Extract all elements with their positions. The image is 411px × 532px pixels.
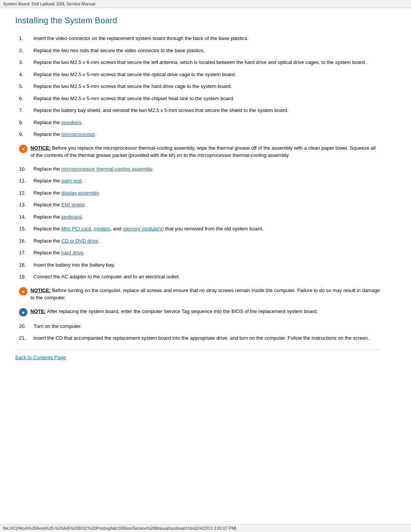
list-item: 5. Replace the two M2.5 x 5-mm screws th…: [15, 83, 381, 90]
step-text: Replace the two M2.5 x 5-mm screws that …: [33, 95, 381, 102]
note-icon-1: ●: [19, 308, 27, 316]
note-content-1: After replacing the system board, enter …: [46, 308, 318, 314]
list-item: 6. Replace the two M2.5 x 5-mm screws th…: [15, 95, 381, 102]
step-number: 5.: [19, 83, 33, 90]
step-number: 10.: [19, 165, 33, 173]
list-item: 2. Replace the two hex nuts that secure …: [15, 47, 381, 54]
browser-title-bar: System Board: Dell Latitude 100L Service…: [0, 0, 411, 8]
step-number: 15.: [19, 225, 33, 233]
list-item: 9. Replace the microprocessor.: [15, 131, 381, 138]
notice-label-1: NOTICE:: [30, 145, 51, 151]
step-number: 13.: [19, 201, 33, 209]
steps-list-1: 1. Insert the video connector on the rep…: [15, 35, 381, 138]
list-item: 7. Replace the battery bay shield, and r…: [15, 107, 381, 114]
page-title: Installing the System Board: [15, 16, 381, 27]
steps-list-2: 10. Replace the microprocessor thermal-c…: [15, 165, 381, 281]
list-item: 3. Replace the two M2.5 x 6-mm screws th…: [15, 59, 381, 66]
step-number: 4.: [19, 71, 33, 78]
steps-list-3: 20. Turn on the computer. 21. Insert the…: [15, 323, 381, 342]
cd-dvd-link[interactable]: CD or DVD drive: [61, 238, 98, 244]
step-text: Replace the two M2.5 x 5-mm screws that …: [33, 71, 381, 78]
step-text: Replace the battery bay shield, and rein…: [33, 107, 381, 114]
notice-icon-1: ●: [19, 145, 27, 153]
step-text: Replace the EMI shield.: [33, 201, 381, 209]
thermal-cooling-link[interactable]: microprocessor thermal-cooling assembly: [61, 166, 152, 172]
step-text: Replace the palm rest.: [33, 177, 381, 185]
list-item: 14. Replace the keyboard.: [15, 213, 381, 221]
step-text: Replace the keyboard.: [33, 213, 381, 221]
step-number: 8.: [19, 119, 33, 126]
notice-icon-2: ●: [19, 287, 27, 296]
notice-block-1: ● NOTICE: Before you replace the micropr…: [19, 144, 381, 159]
step-number: 1.: [19, 35, 33, 42]
step-number: 14.: [19, 213, 33, 221]
notice-text-2: NOTICE: Before turning on the computer, …: [30, 287, 381, 302]
step-text: Insert the battery into the battery bay.: [33, 261, 381, 269]
emi-shield-link[interactable]: EMI shield: [61, 202, 84, 208]
notice-content-2: Before turning on the computer, replace …: [30, 288, 380, 301]
list-item: 19. Connect the AC adapter to the comput…: [15, 273, 381, 281]
step-text: Replace the hard drive.: [33, 249, 381, 257]
list-item: 13. Replace the EMI shield.: [15, 201, 381, 209]
list-item: 17. Replace the hard drive.: [15, 249, 381, 257]
list-item: 18. Insert the battery into the battery …: [15, 261, 381, 269]
step-text: Connect the AC adapter to the computer a…: [33, 273, 381, 281]
step-text: Replace the microprocessor.: [33, 131, 381, 138]
step-number: 20.: [19, 323, 33, 330]
step-text: Replace the two M2.5 x 5-mm screws that …: [33, 83, 381, 90]
list-item: 10. Replace the microprocessor thermal-c…: [15, 165, 381, 173]
step-text: Replace the Mini PCI card, modem, and me…: [33, 225, 381, 233]
hard-drive-link[interactable]: hard drive: [61, 250, 83, 256]
list-item: 11. Replace the palm rest.: [15, 177, 381, 185]
display-assembly-link[interactable]: display assembly: [61, 190, 99, 196]
keyboard-link[interactable]: keyboard: [61, 214, 81, 220]
step-number: 17.: [19, 249, 33, 257]
step-number: 16.: [19, 237, 33, 245]
step-number: 19.: [19, 273, 33, 281]
step-number: 11.: [19, 177, 33, 185]
memory-module-link[interactable]: memory module(s): [123, 226, 164, 232]
palm-rest-link[interactable]: palm rest: [61, 178, 81, 184]
list-item: 20. Turn on the computer.: [15, 323, 381, 330]
speakers-link[interactable]: speakers: [61, 120, 81, 125]
list-item: 4. Replace the two M2.5 x 5-mm screws th…: [15, 71, 381, 78]
step-text: Insert the CD that accompanied the repla…: [33, 334, 381, 342]
step-number: 3.: [19, 59, 33, 66]
page-content: Installing the System Board 1. Insert th…: [0, 8, 396, 374]
step-text: Replace the speakers.: [33, 119, 381, 126]
notice-label-2: NOTICE:: [30, 288, 51, 293]
step-number: 6.: [19, 95, 33, 102]
step-text: Insert the video connector on the replac…: [33, 35, 381, 42]
list-item: 12. Replace the display assembly.: [15, 189, 381, 197]
modem-link[interactable]: modem: [94, 226, 110, 232]
step-number: 12.: [19, 189, 33, 197]
list-item: 15. Replace the Mini PCI card, modem, an…: [15, 225, 381, 233]
step-number: 9.: [19, 131, 33, 138]
step-text: Replace the display assembly.: [33, 189, 381, 197]
note-text-1: NOTE: After replacing the system board, …: [30, 308, 381, 315]
step-text: Replace the microprocessor thermal-cooli…: [33, 165, 381, 173]
back-to-contents-link[interactable]: Back to Contents Page: [15, 355, 66, 360]
note-block-1: ● NOTE: After replacing the system board…: [19, 308, 381, 316]
list-item: 21. Insert the CD that accompanied the r…: [15, 334, 381, 342]
list-item: 1. Insert the video connector on the rep…: [15, 35, 381, 42]
mini-pci-link[interactable]: Mini PCI card: [61, 226, 91, 232]
step-number: 21.: [19, 334, 33, 342]
browser-title: System Board: Dell Latitude 100L Service…: [3, 2, 95, 6]
list-item: 8. Replace the speakers.: [15, 119, 381, 126]
notice-content-1: Before you replace the microprocessor th…: [30, 145, 376, 158]
page-divider: [15, 350, 381, 350]
step-number: 18.: [19, 261, 33, 269]
step-number: 7.: [19, 107, 33, 114]
step-text: Turn on the computer.: [33, 323, 381, 330]
notice-text-1: NOTICE: Before you replace the microproc…: [30, 144, 381, 159]
microprocessor-link[interactable]: microprocessor: [61, 131, 95, 137]
notice-block-2: ● NOTICE: Before turning on the computer…: [19, 287, 381, 302]
step-text: Replace the two M2.5 x 6-mm screws that …: [33, 59, 381, 66]
list-item: 16. Replace the CD or DVD drive.: [15, 237, 381, 245]
note-label-1: NOTE:: [30, 308, 46, 314]
step-number: 2.: [19, 47, 33, 54]
step-text: Replace the two hex nuts that secure the…: [33, 47, 381, 54]
step-text: Replace the CD or DVD drive.: [33, 237, 381, 245]
